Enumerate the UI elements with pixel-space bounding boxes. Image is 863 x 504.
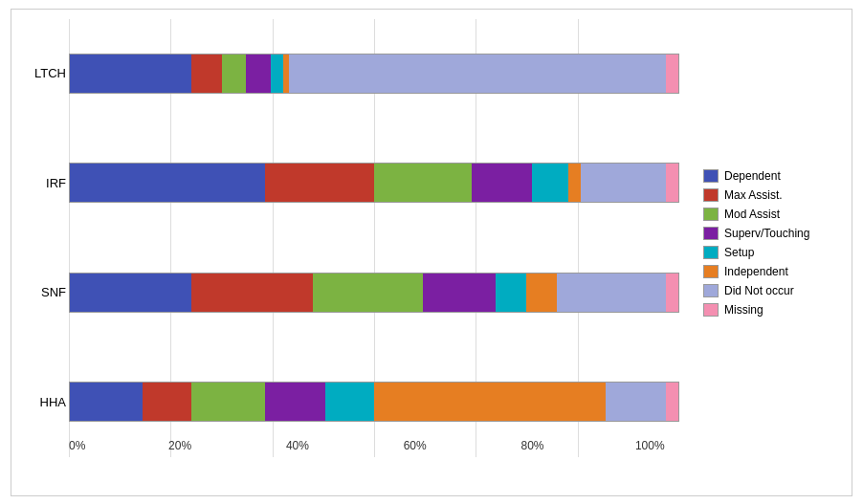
bar-row — [69, 382, 679, 422]
legend-item: Superv/Touching — [703, 227, 842, 240]
bar-segment-did-not-occur — [289, 55, 666, 93]
chart-container: LTCHIRFSNFHHA 0%20%40%60%80%100% Depende… — [11, 9, 852, 496]
row-label: HHA — [23, 395, 66, 409]
bar-segment-superv/touching — [265, 383, 326, 421]
bar-segment-mod-assist — [222, 55, 246, 93]
row-label: SNF — [23, 285, 66, 299]
legend-item: Missing — [703, 303, 842, 317]
bar-segment-max-assist. — [191, 55, 222, 93]
legend-label: Mod Assist — [724, 208, 780, 221]
bar-segment-setup — [532, 164, 568, 202]
legend-label: Superv/Touching — [724, 227, 809, 240]
bar-segment-max-assist. — [143, 383, 191, 421]
bar-segment-setup — [496, 274, 526, 312]
bar-segment-mod-assist — [313, 274, 422, 312]
bar-row — [69, 54, 679, 94]
bar-segment-independent — [568, 164, 581, 202]
legend-color-swatch — [703, 265, 719, 278]
bar-segment-mod-assist — [191, 383, 264, 421]
legend-item: Independent — [703, 265, 842, 278]
bars-container: LTCHIRFSNFHHA — [69, 19, 679, 457]
bar-segment-superv/touching — [246, 55, 270, 93]
bar-segment-dependent — [70, 274, 191, 312]
bar-row-container: HHA — [69, 368, 679, 435]
legend-item: Mod Assist — [703, 208, 842, 221]
bar-segment-independent — [526, 274, 557, 312]
bar-row — [69, 163, 679, 203]
bar-row-container: IRF — [69, 149, 679, 216]
legend: DependentMax Assist.Mod AssistSuperv/Tou… — [689, 19, 842, 457]
bar-segment-missing — [666, 383, 678, 421]
bar-segment-missing — [666, 55, 678, 93]
bar-segment-setup — [271, 55, 283, 93]
bar-segment-superv/touching — [423, 274, 496, 312]
legend-label: Dependent — [724, 169, 781, 183]
bar-segment-max-assist. — [265, 164, 374, 202]
row-label: LTCH — [23, 66, 66, 80]
legend-label: Missing — [724, 303, 763, 317]
bar-row-container: LTCH — [69, 40, 679, 107]
legend-color-swatch — [703, 208, 719, 221]
bar-row-container: SNF — [69, 259, 679, 326]
bar-segment-missing — [666, 274, 678, 312]
bar-segment-did-not-occur — [581, 164, 666, 202]
bar-segment-independent — [374, 383, 606, 421]
bar-segment-mod-assist — [374, 164, 472, 202]
bar-segment-missing — [666, 164, 678, 202]
bar-segment-dependent — [70, 164, 265, 202]
legend-color-swatch — [703, 188, 719, 202]
bar-segment-superv/touching — [472, 164, 533, 202]
legend-item: Setup — [703, 246, 842, 259]
bar-row — [69, 273, 679, 313]
legend-label: Max Assist. — [724, 188, 783, 202]
legend-color-swatch — [703, 169, 719, 183]
legend-color-swatch — [703, 303, 719, 317]
bar-segment-dependent — [70, 55, 191, 93]
legend-color-swatch — [703, 227, 719, 240]
bar-segment-did-not-occur — [557, 274, 666, 312]
legend-item: Dependent — [703, 169, 842, 183]
legend-item: Did Not occur — [703, 284, 842, 297]
chart-area: LTCHIRFSNFHHA 0%20%40%60%80%100% — [21, 19, 689, 457]
bar-segment-setup — [325, 383, 374, 421]
bar-segment-did-not-occur — [606, 383, 667, 421]
bar-segment-dependent — [70, 383, 143, 421]
legend-label: Independent — [724, 265, 788, 278]
row-label: IRF — [23, 176, 66, 190]
legend-color-swatch — [703, 284, 719, 297]
legend-color-swatch — [703, 246, 719, 259]
legend-item: Max Assist. — [703, 188, 842, 202]
bar-segment-max-assist. — [191, 274, 313, 312]
legend-label: Did Not occur — [724, 284, 794, 297]
legend-label: Setup — [724, 246, 754, 259]
